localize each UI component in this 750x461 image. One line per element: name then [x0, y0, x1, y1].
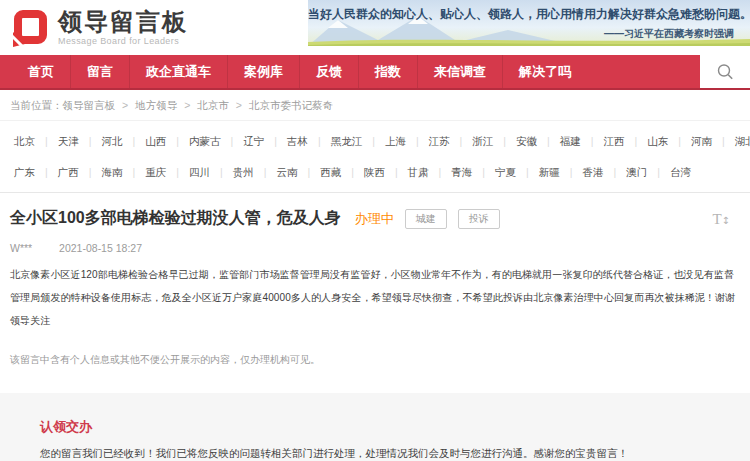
- nav-item[interactable]: 政企直通车: [130, 55, 228, 88]
- banner-attribution: ——习近平在西藏考察时强调: [308, 27, 750, 41]
- reply-card: 认领交办 您的留言我们已经收到！我们已将您反映的问题转相关部门进行处理，处理情况…: [0, 393, 750, 461]
- site-logo[interactable]: 领导留言板 Message Board for Leaders: [10, 7, 188, 47]
- resize-arrows-icon: ↕: [722, 215, 730, 226]
- message-title-row: 全小区100多部电梯检验过期没人管，危及人身 办理中 城建投诉 T↕: [10, 208, 740, 229]
- message-body: 北京像素小区近120部电梯检验合格早已过期，监管部门市场监督管理局没有监管好，小…: [10, 263, 740, 332]
- privacy-note: 该留言中含有个人信息或其他不便公开展示的内容，仅办理机构可见。: [10, 353, 740, 367]
- region-link[interactable]: 西藏: [320, 166, 364, 178]
- region-link[interactable]: 台湾: [670, 166, 691, 178]
- header-banner: 当好人民群众的知心人、贴心人、领路人，用心用情用力解决好群众急难愁盼问题。 ——…: [308, 0, 750, 46]
- message-timestamp: 2021-08-15 18:27: [59, 242, 142, 254]
- region-link[interactable]: 安徽: [516, 135, 560, 147]
- author-row: W*** 2021-08-15 18:27: [10, 242, 740, 254]
- region-row-2: 广东广西海南重庆四川贵州云南西藏陕西甘肃青海宁夏新疆香港澳门台湾: [0, 156, 750, 187]
- breadcrumb: 当前位置：领导留言板地方领导北京市北京市委书记蔡奇: [0, 90, 750, 121]
- region-link[interactable]: 陕西: [364, 166, 408, 178]
- region-link[interactable]: 广西: [58, 166, 102, 178]
- region-link[interactable]: 河南: [691, 135, 735, 147]
- region-link-bar: 北京天津河北山西内蒙古辽宁吉林黑龙江上海江苏浙江安徽福建江西山东河南湖北湖南 广…: [0, 121, 750, 193]
- reply-body: 您的留言我们已经收到！我们已将您反映的问题转相关部门进行处理，处理情况我们会及时…: [40, 447, 710, 461]
- region-link[interactable]: 江苏: [429, 135, 473, 147]
- region-link[interactable]: 甘肃: [408, 166, 452, 178]
- logo-title: 领导留言板: [58, 9, 188, 35]
- region-link[interactable]: 福建: [560, 135, 604, 147]
- breadcrumb-item[interactable]: 北京市委书记蔡奇: [249, 99, 333, 111]
- banner-quote: 当好人民群众的知心人、贴心人、领路人，用心用情用力解决好群众急难愁盼问题。: [308, 6, 750, 23]
- tag-badge: 城建: [405, 209, 447, 229]
- region-link[interactable]: 北京: [14, 135, 58, 147]
- region-link[interactable]: 澳门: [626, 166, 670, 178]
- region-link[interactable]: 海南: [101, 166, 145, 178]
- logo-icon: [10, 7, 50, 47]
- breadcrumb-items: 领导留言板地方领导北京市北京市委书记蔡奇: [63, 99, 333, 111]
- font-size-toggle[interactable]: T↕: [712, 210, 730, 228]
- region-link[interactable]: 青海: [451, 166, 495, 178]
- nav-items: 首页留言政企直通车案例库反馈指数来信调查解决了吗: [0, 55, 587, 88]
- author-name: W***: [10, 242, 32, 254]
- region-row-1: 北京天津河北山西内蒙古辽宁吉林黑龙江上海江苏浙江安徽福建江西山东河南湖北湖南: [0, 125, 750, 156]
- region-link[interactable]: 天津: [58, 135, 102, 147]
- main-nav: 首页留言政企直通车案例库反馈指数来信调查解决了吗: [0, 55, 750, 90]
- nav-item[interactable]: 首页: [12, 55, 71, 88]
- message-tags: 城建投诉: [394, 209, 500, 229]
- message-detail: 全小区100多部电梯检验过期没人管，危及人身 办理中 城建投诉 T↕ W*** …: [0, 208, 750, 367]
- region-link[interactable]: 山西: [145, 135, 189, 147]
- nav-item[interactable]: 案例库: [228, 55, 300, 88]
- status-badge: 办理中: [355, 210, 394, 228]
- nav-item[interactable]: 来信调查: [418, 55, 503, 88]
- site-header: 领导留言板 Message Board for Leaders 当好人民群众的知…: [0, 0, 750, 55]
- region-link[interactable]: 新疆: [539, 166, 583, 178]
- region-link[interactable]: 湖北: [735, 135, 750, 147]
- nav-item[interactable]: 指数: [359, 55, 418, 88]
- region-link[interactable]: 山东: [647, 135, 691, 147]
- nav-item[interactable]: 反馈: [300, 55, 359, 88]
- region-link[interactable]: 重庆: [145, 166, 189, 178]
- region-link[interactable]: 河北: [101, 135, 145, 147]
- region-link[interactable]: 广东: [14, 166, 58, 178]
- region-link[interactable]: 吉林: [287, 135, 331, 147]
- breadcrumb-label: 当前位置：: [10, 99, 63, 111]
- region-link[interactable]: 香港: [583, 166, 627, 178]
- logo-subtitle: Message Board for Leaders: [58, 36, 188, 46]
- breadcrumb-item[interactable]: 领导留言板: [63, 99, 136, 111]
- region-link[interactable]: 内蒙古: [189, 135, 243, 147]
- region-link[interactable]: 江西: [604, 135, 648, 147]
- region-link[interactable]: 浙江: [472, 135, 516, 147]
- region-link[interactable]: 云南: [276, 166, 320, 178]
- region-link[interactable]: 上海: [385, 135, 429, 147]
- search-button[interactable]: [700, 55, 750, 88]
- font-size-icon: T: [712, 211, 721, 227]
- region-link[interactable]: 贵州: [233, 166, 277, 178]
- tag-badge: 投诉: [458, 209, 500, 229]
- message-title: 全小区100多部电梯检验过期没人管，危及人身: [10, 208, 341, 229]
- region-link[interactable]: 黑龙江: [331, 135, 385, 147]
- nav-item[interactable]: 留言: [71, 55, 130, 88]
- region-link[interactable]: 辽宁: [243, 135, 287, 147]
- breadcrumb-item[interactable]: 北京市: [197, 99, 249, 111]
- region-link[interactable]: 宁夏: [495, 166, 539, 178]
- logo-text: 领导留言板 Message Board for Leaders: [58, 9, 188, 46]
- reply-title: 认领交办: [40, 418, 710, 436]
- search-icon: [715, 62, 735, 82]
- nav-item[interactable]: 解决了吗: [503, 55, 587, 88]
- region-link[interactable]: 四川: [189, 166, 233, 178]
- breadcrumb-item[interactable]: 地方领导: [135, 99, 197, 111]
